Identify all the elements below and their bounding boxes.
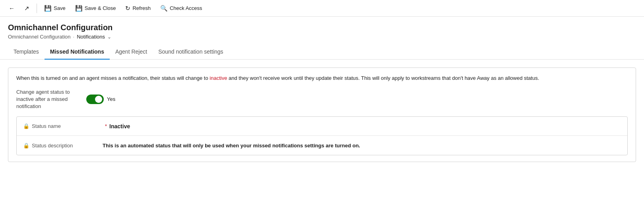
status-desc-value: This is an automated status that will on… [103,143,360,149]
page-header: Omnichannel Configuration Omnichannel Co… [0,17,644,40]
save-label: Save [54,5,66,11]
breadcrumb-dropdown-icon[interactable]: ⌄ [107,34,111,40]
export-icon: ↗ [24,5,29,12]
breadcrumb-current: Notifications [77,34,105,40]
status-name-label: Status name [32,123,61,129]
toggle-row: Change agent status to inactive after a … [16,89,628,110]
tab-agent-reject-label: Agent Reject [115,48,147,55]
notice-highlight: inactive [209,75,227,81]
tab-agent-reject[interactable]: Agent Reject [110,45,153,60]
toggle-switch[interactable] [86,95,104,104]
check-access-icon: 🔍 [160,5,168,12]
breadcrumb: Omnichannel Configuration · Notification… [8,34,636,40]
toolbar-divider-1 [37,4,37,13]
notice-box: When this is turned on and an agent miss… [8,68,636,162]
tab-missed-notifications[interactable]: Missed Notifications [45,45,110,60]
toolbar: ← ↗ 💾 Save 💾 Save & Close ↻ Refresh 🔍 Ch… [0,0,644,17]
save-close-icon: 💾 [75,5,83,12]
status-desc-label: Status description [32,143,73,149]
page-title: Omnichannel Configuration [8,23,636,32]
back-icon: ← [9,5,15,12]
tab-templates-label: Templates [14,48,39,55]
notice-text: When this is turned on and an agent miss… [16,74,628,82]
toggle-label: Change agent status to inactive after a … [16,89,80,110]
status-name-required: * [105,123,107,129]
tabs-container: Templates Missed Notifications Agent Rej… [0,45,644,60]
status-desc-label-container: 🔒 Status description [23,143,103,149]
breadcrumb-parent[interactable]: Omnichannel Configuration [8,34,71,40]
toggle-yes-label: Yes [107,96,115,102]
breadcrumb-separator: · [73,34,75,40]
back-button[interactable]: ← [5,3,19,14]
tab-sound-notification[interactable]: Sound notification settings [153,45,229,60]
tab-templates[interactable]: Templates [8,45,45,60]
check-access-button[interactable]: 🔍 Check Access [156,3,206,14]
save-button[interactable]: 💾 Save [40,3,70,14]
toggle-track [86,95,104,104]
save-close-label: Save & Close [85,5,116,11]
status-desc-lock-icon: 🔒 [23,143,29,149]
save-close-button[interactable]: 💾 Save & Close [71,3,120,14]
save-icon: 💾 [44,5,52,12]
refresh-label: Refresh [132,5,151,11]
status-description-row: 🔒 Status description This is an automate… [17,136,627,155]
status-table: 🔒 Status name * Inactive 🔒 Status descri… [16,116,628,155]
status-name-row: 🔒 Status name * Inactive [17,117,627,136]
status-name-label-container: 🔒 Status name [23,123,103,129]
export-button[interactable]: ↗ [20,3,33,14]
tab-missed-notifications-label: Missed Notifications [50,48,104,55]
main-content: When this is turned on and an agent miss… [0,60,644,170]
status-name-value: Inactive [109,123,130,129]
status-name-lock-icon: 🔒 [23,123,29,129]
notice-text-part1: When this is turned on and an agent miss… [16,75,209,81]
check-access-label: Check Access [170,5,202,11]
refresh-icon: ↻ [125,5,130,12]
tab-sound-notification-label: Sound notification settings [158,48,223,55]
toggle-thumb [95,96,102,103]
toggle-control: Yes [86,95,115,104]
notice-text-part2: and they won't receive work until they u… [227,75,539,81]
refresh-button[interactable]: ↻ Refresh [121,3,155,14]
